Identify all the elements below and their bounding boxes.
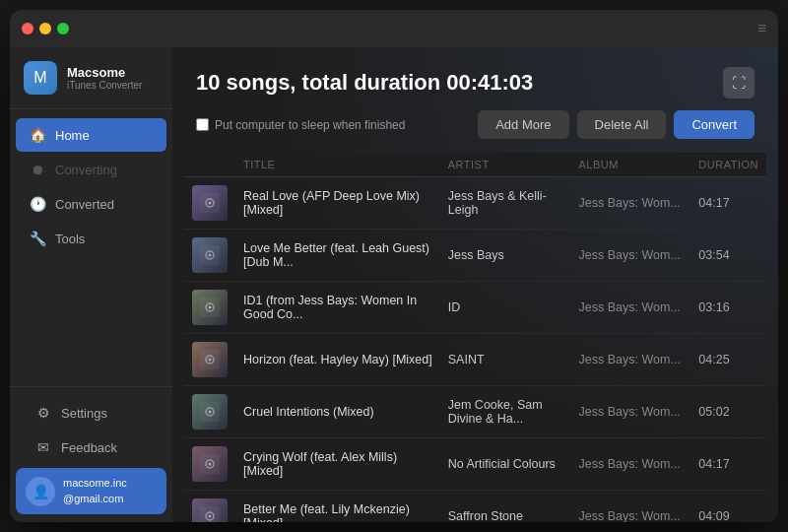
- minimize-button[interactable]: [39, 23, 51, 34]
- track-album: Jess Bays: Wom...: [570, 230, 690, 282]
- track-artist: Jess Bays & Kelli-Leigh: [440, 177, 571, 230]
- track-thumbnail: [192, 185, 228, 221]
- header-icon-button[interactable]: ⛶: [723, 67, 755, 99]
- sidebar-item-tools-label: Tools: [55, 232, 85, 246]
- track-duration: 04:17: [690, 177, 766, 230]
- track-thumb-cell: [184, 386, 235, 438]
- converted-icon: 🕐: [30, 196, 45, 212]
- track-title: Crying Wolf (feat. Alex Mills) [Mixed]: [235, 438, 440, 491]
- track-duration: 04:25: [690, 334, 766, 386]
- table-header: TITLE ARTIST ALBUM DURATION: [184, 153, 766, 177]
- settings-label: Settings: [61, 406, 107, 421]
- track-thumb-cell: [184, 230, 235, 282]
- sidebar-item-converted[interactable]: 🕐 Converted: [16, 187, 166, 221]
- track-title: Real Love (AFP Deep Love Mix) [Mixed]: [235, 177, 440, 230]
- feedback-icon: ✉: [35, 439, 51, 455]
- sidebar-item-converting-label: Converting: [55, 163, 117, 177]
- track-album: Jess Bays: Wom...: [570, 282, 690, 334]
- sleep-checkbox[interactable]: Put computer to sleep when finished: [196, 118, 405, 132]
- track-title: ID1 (from Jess Bays: Women In Good Co...: [235, 282, 440, 334]
- tools-icon: 🔧: [30, 231, 45, 246]
- table-row[interactable]: Love Me Better (feat. Leah Guest) [Dub M…: [184, 230, 766, 282]
- track-thumb-cell: [184, 282, 235, 334]
- close-button[interactable]: [22, 23, 33, 34]
- track-thumbnail: [192, 446, 228, 482]
- track-duration: 04:17: [690, 438, 766, 491]
- table-row[interactable]: Crying Wolf (feat. Alex Mills) [Mixed] N…: [184, 438, 766, 491]
- col-duration: DURATION: [690, 153, 766, 177]
- track-thumb-cell: [184, 438, 235, 491]
- svg-point-17: [209, 463, 212, 466]
- sidebar-item-home[interactable]: 🏠 Home: [16, 118, 166, 152]
- traffic-lights: [22, 23, 69, 34]
- sidebar-item-home-label: Home: [55, 128, 90, 143]
- content-header: 10 songs, total duration 00:41:03 ⛶ Put …: [172, 47, 778, 153]
- sidebar-brand: M Macsome iTunes Converter: [10, 47, 172, 109]
- track-artist: Jem Cooke, Sam Divine & Ha...: [440, 386, 571, 438]
- col-title: TITLE: [235, 153, 440, 177]
- table-row[interactable]: Real Love (AFP Deep Love Mix) [Mixed] Je…: [184, 177, 766, 230]
- maximize-button[interactable]: [57, 23, 69, 34]
- page-title: 10 songs, total duration 00:41:03: [196, 70, 533, 96]
- sleep-label: Put computer to sleep when finished: [215, 118, 405, 132]
- track-title: Love Me Better (feat. Leah Guest) [Dub M…: [235, 230, 440, 282]
- sidebar-item-tools[interactable]: 🔧 Tools: [16, 222, 166, 255]
- track-album: Jess Bays: Wom...: [570, 386, 690, 438]
- track-title: Better Me (feat. Lily Mckenzie) [Mixed]: [235, 491, 440, 523]
- track-thumb-cell: [184, 491, 235, 523]
- brand-subtitle: iTunes Converter: [67, 80, 142, 91]
- header-actions: Put computer to sleep when finished Add …: [196, 110, 755, 139]
- col-album: ALBUM: [570, 153, 690, 177]
- converting-icon: ⏺: [30, 162, 45, 177]
- delete-all-button[interactable]: Delete All: [577, 110, 667, 139]
- action-buttons: Add More Delete All Convert: [478, 110, 755, 139]
- brand-text: Macsome iTunes Converter: [67, 65, 142, 91]
- sleep-checkbox-input[interactable]: [196, 118, 209, 131]
- track-thumb-cell: [184, 334, 235, 386]
- track-album: Jess Bays: Wom...: [570, 491, 690, 523]
- title-bar: ≡: [10, 10, 778, 47]
- header-top: 10 songs, total duration 00:41:03 ⛶: [196, 67, 755, 99]
- track-thumbnail: [192, 499, 228, 522]
- track-duration: 05:02: [690, 386, 766, 438]
- track-artist: ID: [440, 282, 571, 334]
- convert-button[interactable]: Convert: [674, 110, 755, 139]
- home-icon: 🏠: [30, 127, 45, 143]
- track-thumbnail: [192, 237, 228, 273]
- track-thumb-cell: [184, 177, 235, 230]
- col-artist: ARTIST: [440, 153, 571, 177]
- track-artist: SAINT: [440, 334, 571, 386]
- sidebar-item-feedback[interactable]: ✉ Feedback: [22, 431, 161, 464]
- track-table-container[interactable]: TITLE ARTIST ALBUM DURATION Real: [172, 153, 778, 522]
- table-row[interactable]: ID1 (from Jess Bays: Women In Good Co...…: [184, 282, 766, 334]
- track-artist: No Artificial Colours: [440, 438, 571, 491]
- user-email: macsome.inc @gmail.com: [63, 476, 127, 506]
- sidebar-bottom: ⚙ Settings ✉ Feedback 👤 macsome.inc @gma…: [10, 386, 172, 522]
- track-thumbnail: [192, 342, 228, 377]
- track-album: Jess Bays: Wom...: [570, 334, 690, 386]
- track-duration: 04:09: [690, 491, 766, 523]
- track-duration: 03:54: [690, 230, 766, 282]
- sidebar-nav: 🏠 Home ⏺ Converting 🕐 Converted 🔧 Tools: [10, 109, 172, 386]
- table-row[interactable]: Horizon (feat. Hayley May) [Mixed] SAINT…: [184, 334, 766, 386]
- add-more-button[interactable]: Add More: [478, 110, 568, 139]
- brand-icon: M: [24, 61, 57, 95]
- menu-icon[interactable]: ≡: [757, 20, 766, 37]
- table-row[interactable]: Better Me (feat. Lily Mckenzie) [Mixed] …: [184, 491, 766, 523]
- sidebar-item-settings[interactable]: ⚙ Settings: [22, 396, 161, 430]
- track-thumbnail: [192, 290, 228, 325]
- user-profile[interactable]: 👤 macsome.inc @gmail.com: [16, 468, 166, 514]
- svg-point-20: [209, 515, 212, 518]
- settings-icon: ⚙: [35, 405, 51, 421]
- sidebar-item-converted-label: Converted: [55, 197, 114, 212]
- track-title: Cruel Intentions (Mixed): [235, 386, 440, 438]
- app-window: ≡ M Macsome iTunes Converter 🏠 Home ⏺ Co…: [10, 10, 778, 522]
- track-album: Jess Bays: Wom...: [570, 177, 690, 230]
- table-row[interactable]: Cruel Intentions (Mixed) Jem Cooke, Sam …: [184, 386, 766, 438]
- col-thumb: [184, 153, 235, 177]
- sidebar-item-converting: ⏺ Converting: [16, 153, 166, 186]
- brand-name: Macsome: [67, 65, 142, 80]
- track-duration: 03:16: [690, 282, 766, 334]
- main-content: 10 songs, total duration 00:41:03 ⛶ Put …: [172, 47, 778, 522]
- feedback-label: Feedback: [61, 440, 117, 455]
